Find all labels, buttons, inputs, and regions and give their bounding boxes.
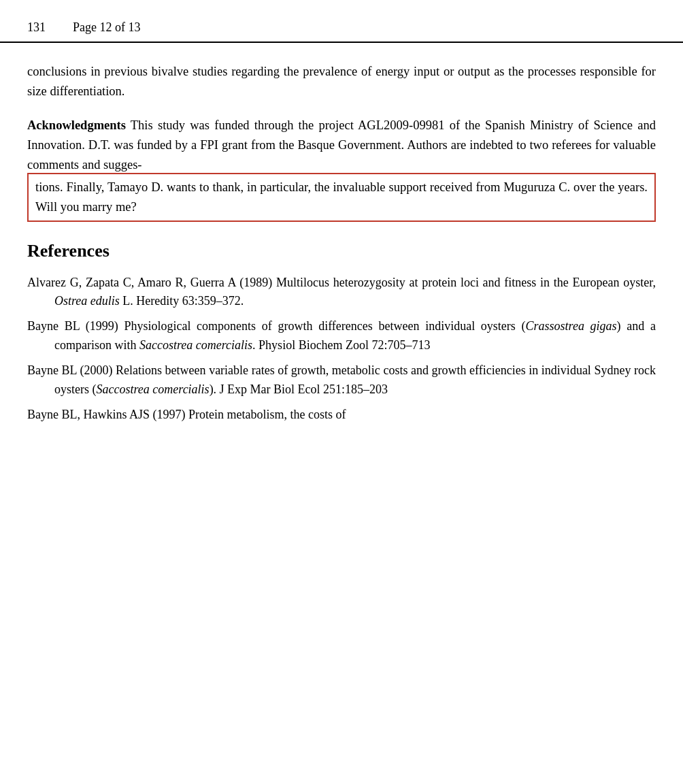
reference-item: Bayne BL, Hawkins AJS (1997) Protein met… xyxy=(27,406,656,424)
page-info: Page 12 of 13 xyxy=(73,20,140,35)
ack-highlighted-text: tions. Finally, Tamayo D. wants to thank… xyxy=(27,173,656,221)
reference-item: Bayne BL (2000) Relations between variab… xyxy=(27,361,656,399)
references-heading: References xyxy=(27,241,656,261)
page-header: 131 Page 12 of 13 xyxy=(0,0,683,43)
reference-item: Alvarez G, Zapata C, Amaro R, Guerra A (… xyxy=(27,274,656,311)
reference-item: Bayne BL (1999) Physiological components… xyxy=(27,317,656,355)
acknowledgments-block: Acknowledgments This study was funded th… xyxy=(27,116,656,221)
ack-label: Acknowledgments xyxy=(27,118,126,132)
page-content: conclusions in previous bivalve studies … xyxy=(0,62,683,458)
intro-paragraph: conclusions in previous bivalve studies … xyxy=(27,62,656,101)
page-number: 131 xyxy=(27,20,46,35)
reference-list: Alvarez G, Zapata C, Amaro R, Guerra A (… xyxy=(27,274,656,425)
document-page: 131 Page 12 of 13 conclusions in previou… xyxy=(0,0,683,784)
